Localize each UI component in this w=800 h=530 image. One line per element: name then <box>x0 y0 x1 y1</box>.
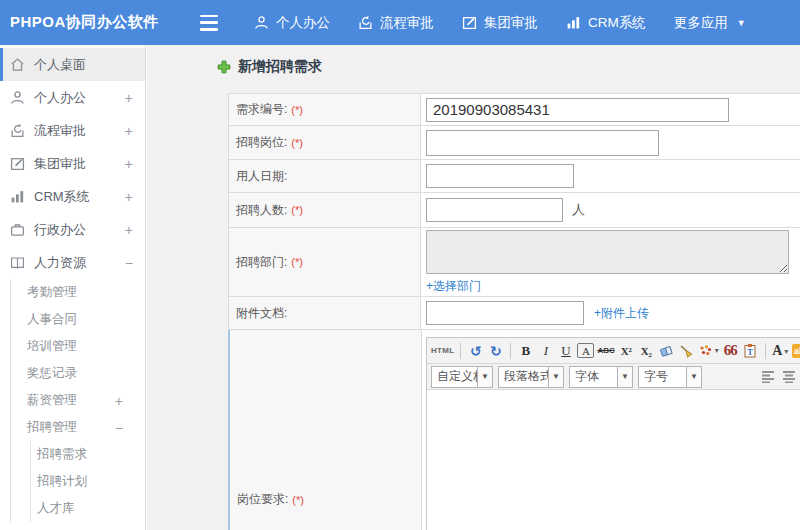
sidebar-item-hr[interactable]: 人力资源 − <box>0 246 145 279</box>
field-label: 需求编号: <box>236 101 287 118</box>
hr-submenu: 考勤管理 人事合同 培训管理 奖惩记录 薪资管理 + 招聘管理 − 招聘需求 招… <box>10 279 145 522</box>
bold-button[interactable]: B <box>517 341 534 361</box>
book-icon <box>10 255 25 270</box>
editor-content-area[interactable] <box>427 390 800 530</box>
top-nav: 个人办公 流程审批 集团审批 CRM系统 更多应用 ▼ <box>240 0 760 45</box>
department-textarea[interactable] <box>426 230 789 274</box>
font-size-select[interactable]: 字号 ▼ <box>638 366 702 388</box>
highlight-button[interactable]: ab <box>792 344 800 358</box>
caret-down-icon: ▾ <box>715 346 719 355</box>
caret-down-icon: ▾ <box>784 346 788 356</box>
process-icon <box>358 15 373 30</box>
eraser-icon <box>658 344 675 358</box>
sidebar-item-personal-office[interactable]: 个人办公 + <box>0 81 145 114</box>
attachment-upload-link[interactable]: +附件上传 <box>594 305 649 322</box>
collapse-minus-icon[interactable]: − <box>115 420 123 436</box>
sidebar-item-rewards[interactable]: 奖惩记录 <box>11 360 145 387</box>
sidebar-item-recruit-mgmt[interactable]: 招聘管理 − <box>11 414 145 441</box>
field-label: 招聘岗位: <box>236 134 287 151</box>
nav-label: CRM系统 <box>588 14 646 32</box>
font-box-button[interactable]: A <box>577 343 594 358</box>
nav-item-group-approval[interactable]: 集团审批 <box>448 0 552 45</box>
expand-plus-icon[interactable]: + <box>125 156 133 172</box>
font-family-select[interactable]: 字体 ▼ <box>569 366 633 388</box>
align-left-icon <box>761 370 775 383</box>
form-row-headcount: 招聘人数: (*) 人 <box>228 193 800 228</box>
nav-item-crm[interactable]: CRM系统 <box>552 0 660 45</box>
spray-icon <box>698 344 713 358</box>
paragraph-format-select[interactable]: 段落格式 ▼ <box>498 366 564 388</box>
process-icon <box>10 123 25 138</box>
sidebar-item-attendance[interactable]: 考勤管理 <box>11 279 145 306</box>
user-icon <box>254 15 269 30</box>
form-row-job-requirements: 岗位要求: (*) HTML ↺ ↻ B I U A ABC <box>228 330 800 530</box>
spray-color-button[interactable]: ▾ <box>698 341 719 361</box>
undo-button[interactable]: ↺ <box>467 341 484 361</box>
collapse-minus-icon[interactable]: − <box>125 255 133 271</box>
nav-label: 集团审批 <box>484 14 538 32</box>
italic-button[interactable]: I <box>537 341 554 361</box>
sidebar-item-label: 行政办公 <box>34 221 86 239</box>
superscript-button[interactable]: X² <box>618 341 635 361</box>
underline-button[interactable]: U <box>557 341 574 361</box>
form-row-hire-date: 用人日期: <box>228 160 800 193</box>
nav-item-workflow-approval[interactable]: 流程审批 <box>344 0 448 45</box>
sidebar-item-workflow-approval[interactable]: 流程审批 + <box>0 114 145 147</box>
expand-plus-icon[interactable]: + <box>125 123 133 139</box>
sidebar-item-group-approval[interactable]: 集团审批 + <box>0 147 145 180</box>
app-logo: PHPOA协同办公软件 <box>0 13 186 32</box>
clipboard-icon: T <box>743 343 757 358</box>
editor-toolbar-row2: 自定义标题 ▼ 段落格式 ▼ 字体 ▼ 字号 ▼ <box>427 364 800 390</box>
expand-plus-icon[interactable]: + <box>125 222 133 238</box>
nav-label: 个人办公 <box>276 14 330 32</box>
expand-plus-icon[interactable]: + <box>115 393 123 409</box>
position-input[interactable] <box>426 130 659 156</box>
field-label: 附件文档: <box>236 305 287 322</box>
select-department-link[interactable]: +选择部门 <box>426 278 481 295</box>
nav-item-more-apps[interactable]: 更多应用 ▼ <box>660 0 760 45</box>
sidebar-item-recruit-plan[interactable]: 招聘计划 <box>31 468 145 495</box>
caret-down-icon: ▼ <box>737 18 746 28</box>
caret-down-icon: ▼ <box>548 367 563 387</box>
caret-down-icon: ▼ <box>477 367 492 387</box>
sidebar-item-recruit-demand[interactable]: 招聘需求 <box>31 441 145 468</box>
headcount-input[interactable] <box>426 198 563 222</box>
format-brush-button[interactable] <box>678 341 695 361</box>
menu-toggle-icon[interactable] <box>200 15 222 31</box>
sidebar-item-talent-pool[interactable]: 人才库 <box>31 495 145 522</box>
redo-button[interactable]: ↻ <box>487 341 504 361</box>
strikethrough-button[interactable]: ABC <box>597 341 614 361</box>
sidebar-item-crm[interactable]: CRM系统 + <box>0 180 145 213</box>
nav-label: 更多应用 <box>674 14 728 32</box>
hire-date-input[interactable] <box>426 164 574 188</box>
brush-icon <box>678 344 694 358</box>
svg-text:T: T <box>747 347 753 357</box>
nav-item-personal-office[interactable]: 个人办公 <box>240 0 344 45</box>
heading-select[interactable]: 自定义标题 ▼ <box>431 366 493 388</box>
field-label: 用人日期: <box>236 168 287 185</box>
field-label: 岗位要求: <box>237 491 288 508</box>
unit-label: 人 <box>572 201 585 219</box>
sidebar-item-label: 流程审批 <box>34 122 86 140</box>
required-mark: (*) <box>291 104 303 116</box>
eraser-button[interactable] <box>658 341 675 361</box>
source-button[interactable]: HTML <box>431 341 454 361</box>
sidebar-item-admin-office[interactable]: 行政办公 + <box>0 213 145 246</box>
req-no-input[interactable] <box>426 98 729 122</box>
sidebar-item-salary[interactable]: 薪资管理 + <box>11 387 145 414</box>
user-icon <box>10 90 25 105</box>
sidebar-item-hr-contract[interactable]: 人事合同 <box>11 306 145 333</box>
sidebar-item-training[interactable]: 培训管理 <box>11 333 145 360</box>
blockquote-button[interactable]: 66 <box>722 341 739 361</box>
expand-plus-icon[interactable]: + <box>125 90 133 106</box>
attachment-input[interactable] <box>426 301 584 325</box>
required-mark: (*) <box>291 256 303 268</box>
align-center-button[interactable] <box>780 367 797 387</box>
edit-icon <box>462 15 477 30</box>
font-color-button[interactable]: A ▾ <box>772 341 789 361</box>
subscript-button[interactable]: X₂ <box>638 341 655 361</box>
expand-plus-icon[interactable]: + <box>125 189 133 205</box>
align-left-button[interactable] <box>759 367 776 387</box>
paste-text-button[interactable]: T <box>742 341 759 361</box>
sidebar-item-personal-desktop[interactable]: 个人桌面 <box>0 48 145 81</box>
